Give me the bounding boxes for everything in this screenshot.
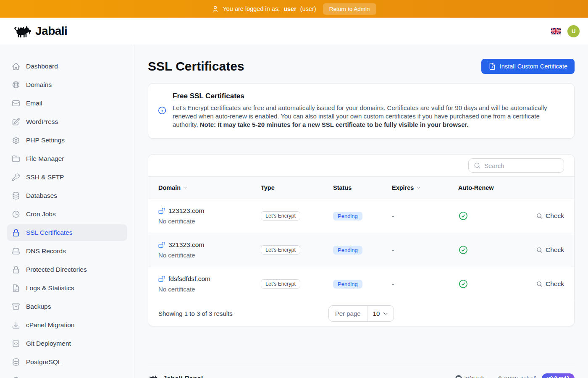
- impersonation-bar: You are logged in as: user (user) Return…: [0, 0, 588, 18]
- sidebar-item-cron-jobs[interactable]: Cron Jobs: [7, 206, 127, 223]
- sidebar-item-label: Domains: [26, 81, 52, 89]
- chevron-down-icon: [383, 311, 388, 316]
- certificate-status-text: No certificate: [158, 252, 261, 259]
- github-icon: [455, 375, 462, 378]
- footer-brand-name: Jabali Panel: [163, 375, 203, 378]
- clock-icon: [12, 210, 20, 218]
- search-input[interactable]: [484, 162, 568, 169]
- search-icon: [474, 162, 481, 169]
- sidebar: DashboardDomainsEmailWordPressPHP Settin…: [0, 45, 134, 378]
- return-to-admin-button[interactable]: Return to Admin: [323, 3, 376, 15]
- sidebar-item-dns-records[interactable]: DNS Records: [7, 243, 127, 260]
- sidebar-item-databases[interactable]: Databases: [7, 187, 127, 204]
- lock-closed-icon: [12, 265, 20, 274]
- domain-cell: 123123.comNo certificate: [158, 207, 261, 225]
- domain-name: 123123.com: [168, 207, 204, 215]
- sidebar-item-domains[interactable]: Domains: [7, 76, 127, 93]
- column-header-type: Type: [261, 184, 333, 191]
- code-bracket-square-icon: [12, 339, 20, 348]
- user-avatar[interactable]: U: [567, 25, 580, 37]
- version-badge: v0.9-rc42: [542, 373, 575, 378]
- table-row: fdsfsdfdsf.comNo certificateLet's Encryp…: [148, 267, 574, 301]
- sidebar-item-file-manager[interactable]: File Manager: [7, 150, 127, 167]
- footer-copyright: © 2026 Jabali: [498, 375, 536, 378]
- per-page-select[interactable]: 10: [368, 306, 394, 321]
- sidebar-item-label: Databases: [26, 192, 57, 200]
- footer: Jabali Panel GitHub · © 2026 Jabali v0.9…: [148, 366, 575, 378]
- sidebar-item-email[interactable]: Email: [7, 95, 127, 112]
- sidebar-item-label: Cron Jobs: [26, 210, 56, 218]
- search-icon: [536, 247, 543, 253]
- logged-in-username: user: [284, 5, 297, 12]
- logged-in-text: You are logged in as:: [223, 5, 280, 12]
- circle-icon: [12, 376, 20, 378]
- domain-name: 321323.com: [168, 241, 204, 249]
- install-custom-certificate-button[interactable]: Install Custom Certificate: [481, 59, 575, 74]
- column-header-expires[interactable]: Expires: [392, 184, 458, 191]
- sidebar-item-label: SSL Certificates: [26, 229, 73, 236]
- footer-brand: Jabali Panel: [148, 375, 203, 378]
- free-ssl-info-box: Free SSL Certificates Let's Encrypt cert…: [148, 83, 575, 139]
- sidebar-item-postgresql[interactable]: PostgreSQL: [7, 354, 127, 370]
- auto-renew-check-circle-icon: [458, 279, 521, 289]
- database-icon: [12, 358, 20, 366]
- pagination-summary: Showing 1 to 3 of 3 results: [158, 310, 328, 317]
- sidebar-item-label: cPanel Migration: [26, 321, 74, 329]
- sidebar-item-protected-directories[interactable]: Protected Directories: [7, 261, 127, 278]
- type-badge: Let's Encrypt: [261, 245, 300, 255]
- sidebar-item-ssh-sftp[interactable]: SSH & SFTP: [7, 169, 127, 186]
- mail-icon: [12, 99, 20, 108]
- sidebar-item-cpanel-migration[interactable]: cPanel Migration: [7, 317, 127, 333]
- sidebar-item-label: WordPress: [26, 118, 58, 126]
- check-certificate-button[interactable]: Check: [536, 212, 564, 220]
- status-badge: Pending: [333, 280, 362, 289]
- archive-box-icon: [12, 302, 20, 311]
- home-icon: [12, 62, 20, 71]
- certificate-status-text: No certificate: [158, 286, 261, 293]
- user-icon: [212, 5, 219, 13]
- main-content: SSL Certificates Install Custom Certific…: [134, 45, 588, 378]
- status-badge: Pending: [333, 212, 362, 220]
- pencil-square-icon: [12, 118, 20, 126]
- check-certificate-button[interactable]: Check: [536, 280, 564, 288]
- logged-in-status: You are logged in as: user (user): [212, 5, 316, 13]
- type-badge: Let's Encrypt: [261, 279, 300, 289]
- certificate-status-text: No certificate: [158, 218, 261, 225]
- sidebar-item-label: Logs & Statistics: [26, 284, 74, 292]
- check-certificate-button[interactable]: Check: [536, 246, 564, 254]
- github-link[interactable]: GitHub: [455, 375, 485, 378]
- sidebar-item-label: Dashboard: [26, 63, 58, 70]
- footer-separator: ·: [490, 375, 492, 378]
- info-box-body: Let's Encrypt certificates are free and …: [173, 104, 564, 129]
- sidebar-item-logs-statistics[interactable]: Logs & Statistics: [7, 280, 127, 297]
- search-icon: [536, 281, 543, 287]
- uk-flag-icon[interactable]: [551, 28, 561, 34]
- certificates-table-card: DomainTypeStatusExpiresAuto-Renew 123123…: [148, 154, 575, 326]
- sidebar-item-label: Git Deployment: [26, 340, 71, 347]
- info-box-title: Free SSL Certificates: [173, 92, 564, 100]
- per-page-control: Per page 10: [328, 305, 394, 322]
- sidebar-item-php-settings[interactable]: PHP Settings: [7, 132, 127, 149]
- sidebar-item-item[interactable]: [7, 372, 127, 378]
- brand-logo[interactable]: Jabali: [13, 24, 67, 38]
- sidebar-item-ssl-certificates[interactable]: SSL Certificates: [7, 224, 127, 241]
- sidebar-item-label: File Manager: [26, 155, 64, 163]
- sidebar-item-dashboard[interactable]: Dashboard: [7, 58, 127, 75]
- globe-icon: [12, 81, 20, 89]
- column-header-domain[interactable]: Domain: [158, 184, 261, 191]
- cog-icon: [12, 136, 20, 144]
- sidebar-item-label: Protected Directories: [26, 266, 87, 273]
- info-circle-icon: [158, 106, 167, 115]
- sidebar-item-wordpress[interactable]: WordPress: [7, 113, 127, 130]
- domain-name: fdsfsdfdsf.com: [168, 275, 210, 283]
- boar-logo-icon: [13, 24, 32, 38]
- table-row: 123123.comNo certificateLet's EncryptPen…: [148, 199, 574, 233]
- sort-chevron-down-icon: [183, 185, 188, 190]
- boar-logo-icon: [148, 375, 159, 378]
- sidebar-item-label: PostgreSQL: [26, 358, 61, 366]
- info-box-note: Note: It may take 5-20 minutes for a new…: [200, 121, 469, 128]
- sidebar-item-backups[interactable]: Backups: [7, 298, 127, 315]
- expires-value: -: [392, 247, 458, 254]
- arrow-down-tray-icon: [12, 321, 20, 329]
- sidebar-item-git-deployment[interactable]: Git Deployment: [7, 335, 127, 352]
